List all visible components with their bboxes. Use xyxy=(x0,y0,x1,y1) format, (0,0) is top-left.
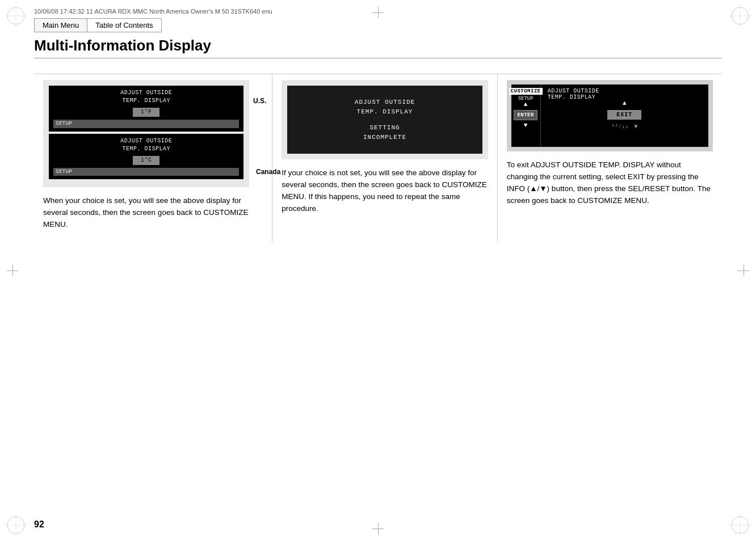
screen-us-line2: TEMP. DISPLAY xyxy=(53,97,239,105)
screen-container-2: ADJUST OUTSIDE TEMP. DISPLAY SETTING INC… xyxy=(282,80,488,159)
exit-section: ▲ EXIT ¹²⁄₁₂ ▼ xyxy=(545,100,704,130)
screen3-right-panel: ADJUST OUTSIDETEMP. DISPLAY ▲ EXIT ¹²⁄₁₂… xyxy=(541,84,708,147)
screen-canada-setup: SETUP xyxy=(53,168,239,176)
corner-decoration-tl xyxy=(5,5,27,27)
main-menu-button[interactable]: Main Menu xyxy=(34,18,87,32)
screen3-left-panel: CUSTOMIZE SETUP ▲ ENTER ▼ xyxy=(511,84,541,147)
screen2-line1: ADJUST OUTSIDE xyxy=(293,98,476,107)
col3-body-text: To exit ADJUST OUTSIDE TEMP. DISPLAY wit… xyxy=(507,159,713,207)
arrow-down-icon: ▼ xyxy=(524,122,528,129)
columns-row: ADJUST OUTSIDE TEMP. DISPLAY 1°F SETUP A… xyxy=(34,74,722,242)
label-canada: Canada xyxy=(256,168,280,176)
screen-3: CUSTOMIZE SETUP ▲ ENTER ▼ ADJUST OUTSIDE… xyxy=(511,84,708,147)
screen-us-value: 1°F xyxy=(133,108,160,117)
page-header: 10/06/08 17:42:32 11 ACURA RDX MMC North… xyxy=(34,8,722,69)
corner-decoration-br xyxy=(729,514,751,536)
fraction-value: ¹²⁄₁₂ xyxy=(611,124,628,130)
screen-us-setup: SETUP xyxy=(53,120,239,128)
corner-decoration-tr xyxy=(729,5,751,27)
screen2-line3: SETTING xyxy=(293,123,476,133)
column-1: ADJUST OUTSIDE TEMP. DISPLAY 1°F SETUP A… xyxy=(34,74,272,242)
meta-line: 10/06/08 17:42:32 11 ACURA RDX MMC North… xyxy=(34,8,722,15)
table-of-contents-button[interactable]: Table of Contents xyxy=(87,18,161,32)
screen-us-line1: ADJUST OUTSIDE xyxy=(53,89,239,97)
screen-canada-line2: TEMP. DISPLAY xyxy=(53,145,239,153)
screen-canada: ADJUST OUTSIDE TEMP. DISPLAY 1°C SETUP xyxy=(49,134,243,180)
page-title: Multi-Information Display xyxy=(34,37,722,54)
enter-button: ENTER xyxy=(514,110,537,120)
screen-container-1: ADJUST OUTSIDE TEMP. DISPLAY 1°F SETUP A… xyxy=(43,80,249,187)
crosshair-bottom xyxy=(372,523,384,534)
page-number: 92 xyxy=(34,519,44,530)
right-arrow-down-icon: ▼ xyxy=(634,124,637,130)
customize-label: CUSTOMIZE xyxy=(509,88,543,95)
screen3-title: ADJUST OUTSIDETEMP. DISPLAY xyxy=(545,88,704,100)
corner-decoration-bl xyxy=(5,514,27,536)
col1-body-text: When your choice is set, you will see th… xyxy=(43,195,249,231)
screen2-line4: INCOMPLETE xyxy=(293,133,476,142)
crosshair-left xyxy=(7,265,18,276)
nav-buttons: Main Menu Table of Contents xyxy=(34,18,722,32)
column-3: CUSTOMIZE SETUP ▲ ENTER ▼ ADJUST OUTSIDE… xyxy=(498,74,722,242)
title-divider xyxy=(34,58,722,58)
main-content: ADJUST OUTSIDE TEMP. DISPLAY 1°F SETUP A… xyxy=(34,74,722,507)
screen-2: ADJUST OUTSIDE TEMP. DISPLAY SETTING INC… xyxy=(287,86,482,154)
right-arrow-up-icon: ▲ xyxy=(623,100,627,107)
exit-label: EXIT xyxy=(607,110,641,120)
screen-canada-line1: ADJUST OUTSIDE xyxy=(53,137,239,145)
label-us: U.S. xyxy=(253,97,266,105)
screen2-line2: TEMP. DISPLAY xyxy=(293,107,476,117)
arrow-up-icon: ▲ xyxy=(524,102,528,108)
fraction-display: ¹²⁄₁₂ ▼ xyxy=(611,123,637,130)
screen-us: ADJUST OUTSIDE TEMP. DISPLAY 1°F SETUP xyxy=(49,86,243,132)
col2-body-text: If your choice is not set, you will see … xyxy=(282,167,488,215)
screen-canada-value: 1°C xyxy=(133,156,160,165)
screen-container-3: CUSTOMIZE SETUP ▲ ENTER ▼ ADJUST OUTSIDE… xyxy=(507,80,713,151)
column-2: ADJUST OUTSIDE TEMP. DISPLAY SETTING INC… xyxy=(272,74,497,242)
crosshair-right xyxy=(738,265,749,276)
